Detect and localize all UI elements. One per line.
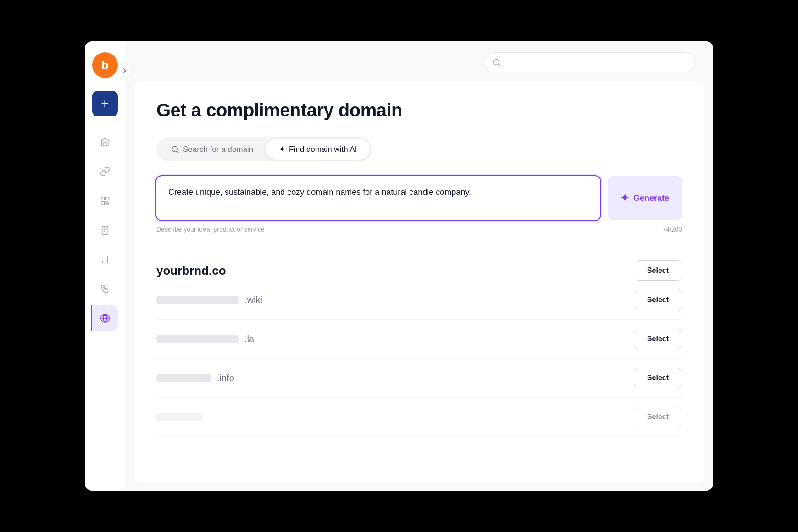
content-area: Get a complimentary domain Search for a … [134,82,704,483]
svg-rect-3 [102,226,108,234]
domain-extension-info: .info [217,373,234,383]
link-icon [100,166,111,177]
search-tabs: Search for a domain ✦ Find domain with A… [156,137,371,161]
domain-row-featured: yourbrnd.co Select [156,251,682,281]
char-counter: 74/200 [662,226,682,233]
svg-rect-0 [101,197,104,200]
sidebar-item-analytics[interactable] [92,247,118,272]
domain-row-more-info [156,413,202,421]
expand-sidebar-button[interactable] [117,63,132,78]
generate-sparkle-icon: ✦ [621,192,629,204]
sidebar-item-domain[interactable] [91,305,118,331]
domain-row-wiki-info: .wiki [156,295,262,305]
qr-icon [100,195,111,206]
sidebar: b + [85,41,125,491]
home-icon [100,137,111,148]
search-tab-icon [171,145,179,154]
logo[interactable]: b [92,52,118,78]
select-button-featured[interactable]: Select [634,260,682,281]
select-button-wiki[interactable]: Select [634,290,682,310]
domain-row-info-info: .info [156,373,234,383]
domain-extension-la: .la [244,334,254,344]
domain-skeleton-la [156,335,239,343]
domain-skeleton-more [156,413,202,421]
generate-label: Generate [633,194,669,203]
app-window: b + [85,41,713,491]
domain-skeleton-wiki [156,296,239,304]
featured-domain-name: yourbrnd.co [156,264,226,278]
tab-ai-label: Find domain with AI [289,145,357,154]
tab-ai[interactable]: ✦ Find domain with AI [266,139,370,160]
tab-search-label: Search for a domain [183,145,253,154]
domain-icon [100,313,111,324]
prompt-hint: Describe your idea, product or service [156,226,265,233]
svg-rect-2 [101,202,104,205]
domain-row-wiki: .wiki Select [156,281,682,320]
nav-items [92,129,118,480]
analytics-icon [100,254,111,265]
sidebar-item-home[interactable] [92,129,118,155]
domain-row-info: .info Select [156,359,682,398]
domain-row-more: Select [156,398,682,437]
main-content: Get a complimentary domain Search for a … [125,41,713,491]
sparkle-tab-icon: ✦ [279,144,285,154]
logo-icon: b [101,58,108,72]
svg-rect-1 [105,197,108,200]
tab-search[interactable]: Search for a domain [158,139,266,160]
domain-row-la: .la Select [156,320,682,359]
page-title: Get a complimentary domain [156,100,682,121]
select-button-more[interactable]: Select [634,407,682,427]
prompt-input[interactable]: Create unique, sustainable, and cozy dom… [156,176,600,220]
global-search[interactable] [484,52,695,72]
hint-row: Describe your idea, product or service 7… [156,226,682,233]
select-button-info[interactable]: Select [634,368,682,388]
sidebar-item-campaigns[interactable] [92,276,118,302]
search-icon [493,58,501,66]
generate-button[interactable]: ✦ Generate [608,176,682,220]
prompt-section: Create unique, sustainable, and cozy dom… [156,176,682,220]
sidebar-item-qr[interactable] [92,188,118,214]
sidebar-item-pages[interactable] [92,217,118,243]
sidebar-item-links[interactable] [92,159,118,184]
campaigns-icon [100,283,111,294]
svg-line-15 [177,151,178,152]
plus-icon: + [101,97,108,110]
svg-line-13 [498,64,499,65]
header [125,41,713,74]
domain-skeleton-info [156,374,211,382]
select-button-la[interactable]: Select [634,329,682,349]
create-new-button[interactable]: + [92,91,118,116]
domain-list: yourbrnd.co Select .wiki Select .la [156,251,682,437]
domain-extension-wiki: .wiki [244,295,262,305]
pages-icon [100,225,111,236]
domain-row-la-info: .la [156,334,254,344]
